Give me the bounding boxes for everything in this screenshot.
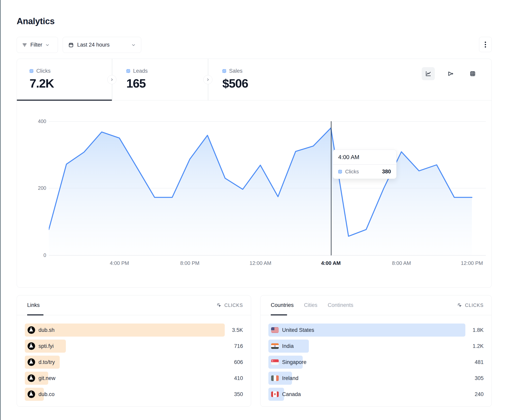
country-label: Singapore	[282, 359, 306, 365]
link-clicks: 716	[225, 343, 243, 349]
filter-icon	[22, 42, 28, 48]
stat-label: Clicks	[36, 68, 51, 74]
country-row[interactable]: Canada 240	[268, 388, 484, 401]
country-label: India	[282, 343, 294, 349]
country-label: Canada	[282, 391, 301, 398]
stat-label: Sales	[229, 68, 243, 74]
cursor-click-icon	[217, 303, 222, 308]
tab-cities[interactable]: Cities	[304, 295, 318, 315]
x-axis-tick: 8:00 PM	[172, 260, 208, 266]
link-label: dub.sh	[38, 327, 54, 333]
chart-type-switcher	[422, 67, 479, 80]
table-view-toggle[interactable]	[466, 67, 479, 80]
line-chart-toggle[interactable]	[422, 67, 435, 80]
analytics-card: Clicks 7.2K Leads 165 Sales $506	[17, 59, 492, 288]
dub-logo-icon	[28, 326, 35, 334]
tooltip-series-label: Clicks	[345, 169, 359, 175]
more-options-button[interactable]	[479, 37, 492, 52]
date-range-button[interactable]: Last 24 hours	[63, 37, 141, 53]
funnel-chart-toggle[interactable]	[444, 67, 457, 80]
link-label: dub.co	[38, 391, 54, 398]
country-clicks: 1.8K	[465, 327, 484, 333]
country-row[interactable]: Singapore 481	[268, 356, 484, 369]
countries-panel: Countries Cities Continents CLICKS Unite…	[260, 295, 492, 407]
x-axis-tick: 4:00 PM	[102, 260, 137, 266]
link-clicks: 350	[225, 391, 243, 398]
filter-button[interactable]: Filter	[17, 37, 58, 53]
link-label: d.to/try	[38, 359, 55, 365]
metric-label: CLICKS	[465, 303, 484, 308]
tab-leads[interactable]: Leads 165	[112, 59, 208, 101]
link-row[interactable]: spti.fyi 716	[25, 340, 243, 353]
sales-legend-icon	[222, 69, 226, 73]
metric-label: CLICKS	[224, 303, 243, 308]
active-tab-underline	[17, 100, 112, 101]
link-label: git.new	[38, 375, 56, 381]
country-row[interactable]: India 1.2K	[268, 340, 484, 353]
page-title: Analytics	[17, 16, 54, 26]
kebab-menu-icon	[483, 41, 488, 49]
expand-clicks-button[interactable]	[107, 75, 116, 84]
tab-clicks[interactable]: Clicks 7.2K	[17, 59, 112, 101]
clicks-area-chart[interactable]	[49, 121, 486, 255]
chevron-right-icon	[110, 78, 114, 82]
x-axis-tick: 12:00 AM	[243, 260, 278, 266]
flag-united-states-icon	[271, 327, 279, 333]
country-label: Ireland	[282, 375, 299, 381]
flag-india-icon	[271, 343, 279, 349]
flag-singapore-icon	[271, 359, 279, 365]
clicks-legend-icon	[338, 170, 342, 174]
chevron-right-icon	[206, 78, 210, 82]
hover-crosshair	[331, 121, 331, 255]
y-axis-tick: 0	[27, 252, 46, 258]
clicks-value: 7.2K	[30, 76, 112, 90]
link-row[interactable]: dub.co 350	[25, 388, 243, 401]
chevron-down-icon	[45, 43, 50, 47]
dub-logo-icon	[28, 358, 35, 366]
tooltip-time: 4:00 AM	[333, 150, 396, 164]
stat-label: Leads	[133, 68, 148, 74]
y-axis-tick: 400	[27, 118, 46, 124]
expand-leads-button[interactable]	[203, 75, 212, 84]
clicks-legend-icon	[30, 69, 33, 73]
country-label: United States	[282, 327, 314, 333]
tab-sales[interactable]: Sales $506	[208, 59, 311, 101]
calendar-icon	[68, 42, 74, 48]
window-edge-accent	[0, 0, 0, 420]
link-label: spti.fyi	[38, 343, 54, 349]
links-metric-selector[interactable]: CLICKS	[217, 303, 243, 308]
countries-metric-selector[interactable]: CLICKS	[457, 303, 484, 308]
sales-value: $506	[222, 76, 311, 90]
x-axis-tick-active: 4:00 AM	[313, 260, 349, 266]
links-panel: Links CLICKS dub.sh 3.5K sp	[17, 295, 251, 407]
link-clicks: 3.5K	[225, 327, 243, 333]
line-chart-icon	[425, 70, 432, 77]
country-row[interactable]: United States 1.8K	[268, 324, 484, 337]
stats-header: Clicks 7.2K Leads 165 Sales $506	[17, 59, 492, 101]
tab-links[interactable]: Links	[27, 295, 40, 315]
dub-logo-icon	[28, 342, 35, 350]
date-range-label: Last 24 hours	[77, 42, 110, 48]
grid-table-icon	[469, 70, 476, 77]
y-axis-tick: 200	[27, 185, 46, 191]
flag-canada-icon	[271, 391, 279, 397]
link-clicks: 410	[225, 375, 243, 381]
area-fill	[49, 128, 472, 255]
tooltip-value: 380	[382, 169, 391, 175]
link-row[interactable]: git.new 410	[25, 372, 243, 385]
leads-value: 165	[126, 76, 208, 90]
link-row[interactable]: dub.sh 3.5K	[25, 324, 243, 337]
country-clicks: 1.2K	[465, 343, 484, 349]
tab-continents[interactable]: Continents	[328, 295, 353, 315]
x-axis-tick: 8:00 AM	[384, 260, 419, 266]
tab-countries[interactable]: Countries	[271, 295, 294, 315]
chart-tooltip: 4:00 AM Clicks 380	[333, 150, 396, 179]
funnel-chart-icon	[447, 70, 454, 77]
country-clicks: 240	[465, 391, 484, 398]
leads-legend-icon	[126, 69, 130, 73]
chevron-down-icon	[131, 43, 136, 47]
dub-logo-icon	[28, 391, 35, 398]
country-row[interactable]: Ireland 305	[268, 372, 484, 385]
link-row[interactable]: d.to/try 606	[25, 356, 243, 369]
cursor-click-icon	[457, 303, 463, 308]
